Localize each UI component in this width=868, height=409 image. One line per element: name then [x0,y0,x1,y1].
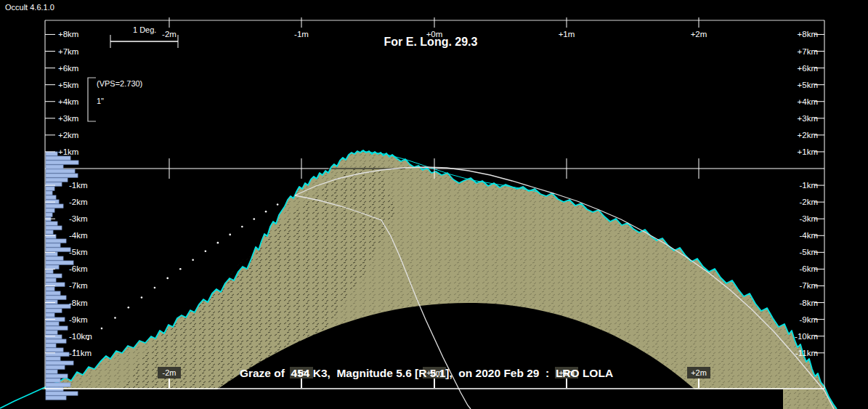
histogram-bar [46,208,54,212]
left-km-label: +6km [58,64,78,73]
occult-graze-profile-window: +1km+1km+2km+2km+3km+3km+4km+4km+5km+5km… [0,0,868,409]
left-km-label: +8km [58,30,78,39]
left-km-label: -8km [69,299,88,307]
right-km-label: -7km [799,281,818,290]
histogram-bar [46,335,62,339]
occulted-path-dot [101,328,103,330]
right-km-label: -3km [799,214,818,223]
right-km-label: +2km [798,131,818,139]
right-km-label: -1km [799,181,818,190]
occulted-path-dot [217,242,219,244]
right-km-label: +4km [798,97,818,106]
histogram-bar [46,213,52,216]
arcsec-scale-label: 1" [97,97,104,105]
left-km-label: -11km [69,349,92,357]
top-minute-label: -2m [162,30,177,39]
occulted-path-dot [154,287,156,289]
occulted-path-dot [277,203,279,206]
histogram-bar [46,265,59,269]
histogram-bar [46,239,66,243]
left-km-label: +4km [58,97,78,106]
top-minute-label: +1m [559,30,575,39]
histogram-bar [46,300,57,304]
graze-profile-plot: +1km+1km+2km+2km+3km+3km+4km+4km+5km+5km… [0,0,868,409]
occulted-path-dot [179,268,182,270]
left-km-label: -6km [69,264,88,273]
histogram-bar [46,222,57,225]
bottom-minute-label: -2m [163,368,177,377]
histogram-bar [46,278,56,282]
right-km-label: -2km [799,198,818,206]
right-km-label: +5km [798,81,818,89]
right-km-label: +3km [798,114,818,123]
histogram-bar [46,152,57,155]
top-minute-label: -1m [294,30,309,39]
histogram-bar [46,392,78,395]
histogram-bar [46,357,60,360]
occulted-path-dot [253,218,255,220]
occulted-path-dot [192,259,194,262]
left-km-label: -7km [69,281,88,290]
histogram-bar [46,165,63,169]
left-km-label: -3km [69,214,88,223]
occulted-path-dot [166,278,169,280]
histogram-bar [46,365,65,369]
left-km-label: -4km [69,231,88,240]
left-km-label: +1km [58,147,78,156]
left-km-label: -10km [69,332,92,341]
histogram-bar [46,396,66,400]
scale-bar-label: 1 Deg. [133,25,156,34]
occulted-path-dot [265,211,267,213]
histogram-bar [46,383,70,386]
histogram-bar [46,361,73,365]
histogram-bar [46,291,60,295]
histogram-bar [46,344,56,347]
left-km-label: +3km [58,114,78,123]
right-km-label: -5km [799,248,818,256]
left-km-label: -2km [69,198,88,206]
below-axis-mask [0,389,783,409]
left-km-label: +5km [58,81,78,89]
right-km-label: +6km [798,64,818,73]
histogram-bar [46,243,60,247]
chart-layers: +1km+1km+2km+2km+3km+3km+4km+4km+5km+5km… [0,17,837,409]
left-km-label: +2km [58,131,78,139]
histogram-bar [46,304,70,308]
histogram-bar [46,309,62,312]
histogram-bar [46,178,68,182]
occulted-path-dot [114,317,116,319]
chart-title: For E. Long. 29.3 [384,36,478,48]
right-km-label: -4km [799,231,818,240]
histogram-bar [46,200,59,203]
left-km-label: -5km [69,248,88,256]
histogram-bar [46,322,59,325]
histogram-bar [46,161,78,164]
histogram-bar [46,274,62,278]
histogram-bar [46,156,70,160]
vps-label: (VPS=2.730) [97,79,142,88]
occulted-path-dot [128,307,130,309]
right-km-label: +7km [798,47,818,56]
histogram-bar [46,204,63,208]
right-km-label: -6km [799,264,818,273]
left-km-label: +7km [58,47,78,56]
histogram-bar [46,191,52,195]
right-km-label: -9km [799,315,818,324]
histogram-bar [46,348,63,352]
histogram-bar [46,195,56,199]
histogram-bar [46,187,54,190]
histogram-bar [46,326,68,330]
histogram-bar [46,230,53,234]
occulted-path-dot [241,226,243,228]
left-km-label: -9km [69,315,88,324]
top-minute-label: +2m [691,30,707,39]
histogram-bar [46,256,63,260]
histogram-bar [46,287,54,291]
arcsec-bracket [88,78,96,121]
histogram-bar [46,270,53,273]
app-version-label: Occult 4.6.1.0 [5,3,54,12]
histogram-bar [46,339,66,343]
histogram-bar [46,331,57,334]
histogram-bar [46,370,57,373]
occulted-path-dot [229,234,231,236]
